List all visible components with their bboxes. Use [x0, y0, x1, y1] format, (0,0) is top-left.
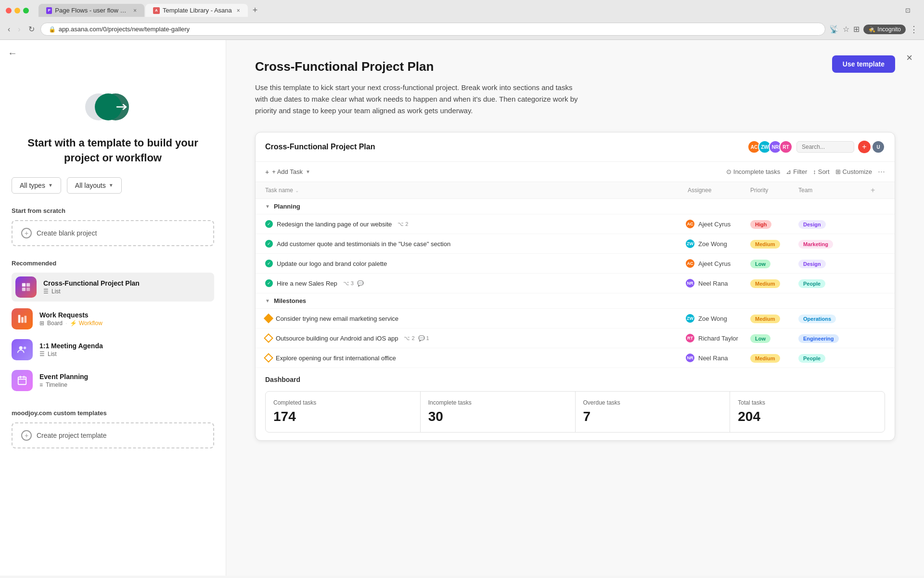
template-name-event: Event Planning — [39, 373, 214, 381]
search-input[interactable] — [796, 141, 854, 153]
milestone-icon[interactable] — [264, 353, 273, 363]
chevron-down-icon: ▼ — [306, 169, 310, 174]
incognito-badge: 🕵 Incognito — [863, 25, 906, 34]
avatar-4: RT — [779, 140, 793, 154]
assignee-cell: RT Richard Taylor — [688, 333, 750, 343]
task-subtasks: ⌥ 2 — [398, 221, 408, 227]
add-member-button[interactable]: + — [858, 141, 871, 153]
preview-toolbar: + + Add Task ▼ ⊙ Incomplete tasks ⊿ Filt… — [256, 162, 895, 182]
template-name-meeting: 1:1 Meeting Agenda — [39, 342, 214, 350]
team-cell: Engineering — [798, 334, 871, 343]
team-badge: Design — [798, 220, 826, 229]
back-button[interactable]: ‹ — [6, 23, 12, 36]
svg-rect-9 — [21, 317, 24, 323]
task-check-done[interactable] — [265, 279, 273, 287]
task-row[interactable]: Explore opening our first international … — [256, 348, 895, 368]
assignee-avatar: AC — [685, 219, 695, 229]
template-item-meeting[interactable]: 1:1 Meeting Agenda ☰ List — [12, 334, 214, 365]
stat-value: 174 — [273, 409, 412, 424]
dashboard-section: Dashboard Completed tasks 174 Incomplete… — [256, 368, 895, 440]
filter-layouts-button[interactable]: All layouts ▼ — [67, 177, 122, 194]
close-button[interactable]: × — [906, 52, 912, 64]
template-detail-title: Cross-Functional Project Plan — [255, 59, 895, 74]
plus-icon: + — [21, 228, 32, 238]
template-icon-cross — [15, 276, 37, 298]
url-bar[interactable]: 🔒 app.asana.com/0/projects/new/template-… — [40, 23, 826, 36]
assignee-avatar: AC — [685, 258, 695, 269]
task-check-done[interactable] — [265, 260, 273, 267]
custom-section-title: moodjoy.com custom templates — [12, 409, 214, 417]
priority-cell: High — [750, 220, 798, 229]
tab-pageflows[interactable]: P Page Flows - user flow design × — [38, 4, 144, 17]
task-check-done[interactable] — [265, 240, 273, 248]
task-row[interactable]: Redesign the landing page of our website… — [256, 214, 895, 234]
priority-badge: Medium — [750, 279, 780, 288]
browser-actions: 📡 ☆ ⊞ 🕵 Incognito ⋮ — [829, 24, 918, 35]
task-row[interactable]: Add customer quote and testimonials in t… — [256, 234, 895, 254]
sort-icon: ⌄ — [295, 188, 299, 193]
task-name-cell: Hire a new Sales Rep ⌥ 3 💬 — [265, 279, 688, 287]
reload-button[interactable]: ↻ — [26, 23, 37, 36]
milestone-icon[interactable] — [264, 333, 273, 343]
board-icon: ⊞ — [39, 320, 44, 327]
filter-button[interactable]: ⊿ Filter — [786, 168, 807, 175]
forward-button[interactable]: › — [16, 23, 22, 36]
recommended-section: Recommended Cross-Functional Project Pla… — [12, 260, 214, 396]
title-bar: P Page Flows - user flow design × A Temp… — [0, 0, 924, 21]
svg-rect-5 — [26, 283, 30, 286]
more-options-button[interactable]: ··· — [878, 167, 885, 177]
menu-icon[interactable]: ⋮ — [910, 24, 918, 35]
task-row[interactable]: Consider trying new email marketing serv… — [256, 309, 895, 328]
create-template-button[interactable]: + Create project template — [12, 422, 214, 448]
template-item-event[interactable]: Event Planning ≡ Timeline — [12, 365, 214, 396]
tab-close-pageflows[interactable]: × — [133, 7, 137, 14]
team-badge: Marketing — [798, 240, 833, 249]
section-planning: ▼ Planning — [256, 199, 895, 214]
template-item-work-requests[interactable]: Work Requests ⊞ Board · ⚡ Workflow — [12, 303, 214, 334]
svg-rect-8 — [18, 315, 21, 323]
section-chevron-milestones[interactable]: ▼ — [265, 298, 270, 303]
template-item-cross-functional[interactable]: Cross-Functional Project Plan ☰ List — [12, 273, 214, 302]
filter-icon: ⊿ — [786, 168, 791, 175]
tab-close-asana[interactable]: × — [237, 7, 240, 14]
use-template-button[interactable]: Use template — [832, 55, 895, 73]
task-check-done[interactable] — [265, 220, 273, 228]
task-row[interactable]: Outsource building our Android and iOS a… — [256, 328, 895, 348]
tab-asana[interactable]: A Template Library - Asana × — [145, 4, 248, 17]
customize-button[interactable]: ⊞ Customize — [835, 168, 872, 175]
new-tab-button[interactable]: + — [249, 4, 262, 17]
team-cell: Marketing — [798, 239, 871, 249]
close-window-btn[interactable] — [6, 8, 12, 13]
back-button[interactable]: ← — [0, 40, 25, 66]
team-badge: Design — [798, 260, 826, 268]
timeline-icon: ≡ — [39, 381, 43, 388]
chevron-down-icon: ▼ — [48, 183, 53, 188]
section-chevron-planning[interactable]: ▼ — [265, 204, 270, 209]
toolbar-right: ⊙ Incomplete tasks ⊿ Filter ↕ Sort ⊞ Cus… — [726, 167, 885, 177]
priority-badge: Low — [750, 334, 770, 343]
plus-icon: + — [21, 430, 32, 441]
create-blank-button[interactable]: + Create blank project — [12, 220, 214, 246]
bookmark-icon[interactable]: ☆ — [843, 25, 849, 34]
workflow-badge: ⚡ Workflow — [70, 320, 102, 327]
assignee-avatar: ZW — [685, 238, 695, 249]
extensions-icon[interactable]: ⊞ — [853, 25, 860, 34]
minimize-window-btn[interactable] — [14, 8, 20, 13]
task-row[interactable]: Update our logo and brand color palette … — [256, 254, 895, 274]
sort-button[interactable]: ↕ Sort — [813, 168, 829, 175]
stat-label: Incomplete tasks — [428, 399, 567, 406]
filter-types-button[interactable]: All types ▼ — [12, 177, 61, 194]
add-task-button[interactable]: + + Add Task ▼ — [265, 168, 310, 176]
maximize-window-btn[interactable] — [23, 8, 29, 13]
stat-completed-tasks: Completed tasks 174 — [266, 392, 420, 432]
milestone-icon[interactable] — [264, 314, 273, 323]
table-header: Task name ⌄ Assignee Priority Team + — [256, 182, 895, 199]
stat-incomplete-tasks: Incomplete tasks 30 — [421, 392, 575, 432]
task-row[interactable]: Hire a new Sales Rep ⌥ 3 💬 NR Neel Rana … — [256, 274, 895, 293]
svg-point-11 — [19, 346, 23, 349]
section-name-milestones: Milestones — [274, 297, 306, 304]
preview-card-title: Cross-Functional Project Plan — [265, 143, 375, 151]
incomplete-tasks-filter[interactable]: ⊙ Incomplete tasks — [726, 168, 781, 175]
stat-value: 7 — [583, 409, 722, 424]
add-column-button[interactable]: + — [871, 186, 885, 195]
